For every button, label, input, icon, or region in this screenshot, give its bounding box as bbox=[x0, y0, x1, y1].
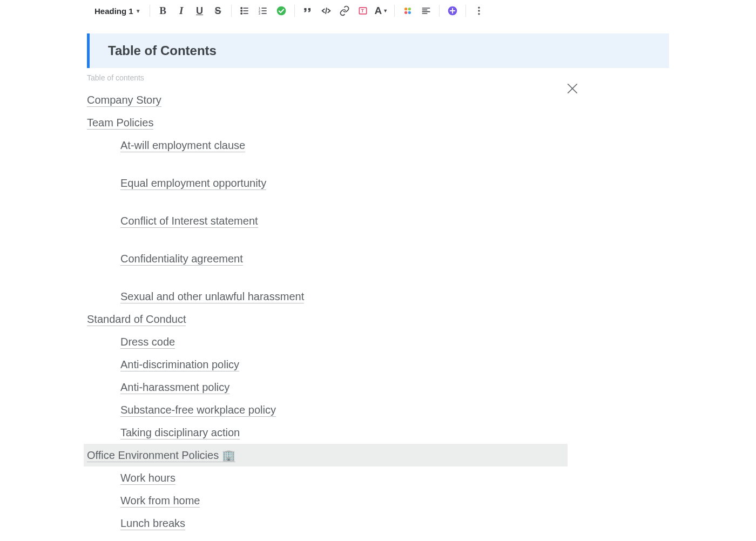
close-icon bbox=[565, 81, 580, 96]
link-icon bbox=[339, 5, 350, 16]
bold-button[interactable]: B bbox=[157, 4, 170, 17]
toc-item[interactable]: Work hours bbox=[87, 466, 568, 489]
toc-item-label: Conflict of Interest statement bbox=[120, 215, 258, 228]
insert-button[interactable]: T bbox=[356, 4, 369, 17]
toc-item-label: Company Story bbox=[87, 94, 161, 107]
toc-caption: Table of contents bbox=[87, 73, 756, 82]
toc-item[interactable]: Anti-discrimination policy bbox=[87, 353, 568, 376]
caret-down-icon: ▼ bbox=[383, 8, 388, 13]
toolbar-divider bbox=[394, 5, 395, 17]
align-button[interactable] bbox=[420, 4, 433, 17]
more-vertical-icon bbox=[474, 5, 484, 16]
heading-style-label: Heading 1 bbox=[94, 6, 133, 16]
caret-down-icon: ▼ bbox=[136, 8, 141, 14]
svg-point-0 bbox=[241, 8, 242, 9]
toc-item-label: Lunch breaks bbox=[120, 517, 185, 530]
toc-item-label: Taking disciplinary action bbox=[120, 427, 240, 439]
toc-item[interactable]: Team Policies bbox=[87, 111, 568, 134]
bulleted-list-icon bbox=[239, 5, 250, 16]
toc-item-label: Anti-harassment policy bbox=[120, 381, 230, 394]
toolbar-divider bbox=[231, 5, 232, 17]
toolbar-divider bbox=[439, 5, 440, 17]
bulleted-list-button[interactable] bbox=[238, 4, 251, 17]
underline-button[interactable]: U bbox=[193, 4, 206, 17]
heading-banner[interactable]: Table of Contents bbox=[87, 33, 669, 68]
quote-icon bbox=[302, 5, 313, 16]
close-button[interactable] bbox=[565, 81, 580, 98]
svg-text:3: 3 bbox=[258, 12, 260, 15]
toc-item[interactable]: Substance-free workplace policy bbox=[87, 398, 568, 421]
heading-style-dropdown[interactable]: Heading 1 ▼ bbox=[94, 4, 143, 17]
checklist-button[interactable] bbox=[275, 4, 288, 17]
align-left-icon bbox=[421, 5, 431, 16]
toc-item[interactable]: Conflict of Interest statement bbox=[87, 209, 568, 232]
toc-item[interactable]: Sexual and other unlawful harassment bbox=[87, 285, 568, 308]
toc-item[interactable]: Standard of Conduct bbox=[87, 308, 568, 330]
code-icon bbox=[321, 5, 332, 16]
toc-item-label: Anti-discrimination policy bbox=[120, 359, 239, 371]
svg-point-17 bbox=[408, 8, 411, 10]
blockquote-button[interactable] bbox=[301, 4, 314, 17]
toc-item-label: Dress code bbox=[120, 336, 175, 349]
numbered-list-icon: 1 2 3 bbox=[258, 5, 268, 16]
plus-circle-icon bbox=[447, 5, 458, 16]
toc-item-label: At-will employment clause bbox=[120, 139, 245, 152]
add-block-button[interactable] bbox=[446, 4, 459, 17]
svg-line-13 bbox=[326, 8, 327, 13]
more-options-button[interactable] bbox=[473, 4, 485, 17]
toolbar-divider bbox=[465, 5, 466, 17]
svg-point-19 bbox=[408, 11, 411, 14]
toc-item-label: Work hours bbox=[120, 472, 176, 485]
toc-item[interactable]: Equal employment opportunity bbox=[87, 172, 568, 194]
editor-toolbar: Heading 1 ▼ B I U S 1 2 3 bbox=[0, 0, 756, 22]
highlight-colors-button[interactable] bbox=[401, 4, 414, 17]
toc-item-label: Equal employment opportunity bbox=[120, 177, 266, 190]
toc-item[interactable]: Taking disciplinary action bbox=[87, 421, 568, 444]
toc-item[interactable]: Office Environment Policies 🏢 bbox=[84, 444, 568, 466]
svg-point-2 bbox=[241, 10, 242, 11]
toc-item-label: Sexual and other unlawful harassment bbox=[120, 290, 304, 303]
toc-item[interactable]: Company Story bbox=[87, 89, 568, 111]
svg-point-4 bbox=[241, 13, 242, 14]
toolbar-divider bbox=[294, 5, 295, 17]
link-button[interactable] bbox=[338, 4, 351, 17]
svg-point-16 bbox=[404, 8, 407, 10]
numbered-list-button[interactable]: 1 2 3 bbox=[256, 4, 269, 17]
svg-point-28 bbox=[478, 10, 480, 11]
svg-point-27 bbox=[478, 7, 480, 9]
page-title: Table of Contents bbox=[108, 43, 651, 58]
color-dots-icon bbox=[402, 5, 413, 16]
toc-item-label: Work from home bbox=[120, 495, 200, 508]
toc-item[interactable]: Lunch breaks bbox=[87, 512, 568, 535]
toolbar-divider bbox=[150, 5, 150, 17]
strikethrough-button[interactable]: S bbox=[212, 4, 225, 17]
toc-item[interactable]: Anti-harassment policy bbox=[87, 376, 568, 398]
toc-item[interactable]: At-will employment clause bbox=[87, 134, 568, 157]
check-circle-icon bbox=[276, 5, 287, 16]
toc-item-label: Team Policies bbox=[87, 117, 153, 130]
svg-point-29 bbox=[478, 13, 480, 15]
text-color-button[interactable]: A▼ bbox=[375, 4, 388, 17]
toc-item[interactable]: ADA Accommodations bbox=[87, 535, 568, 541]
toc-item[interactable]: Confidentiality agreement bbox=[87, 247, 568, 270]
svg-point-18 bbox=[404, 11, 407, 14]
toc-item[interactable]: Work from home bbox=[87, 489, 568, 512]
toc-item-label: Office Environment Policies 🏢 bbox=[87, 449, 235, 462]
toc-item[interactable]: Dress code bbox=[87, 330, 568, 353]
svg-text:T: T bbox=[361, 8, 363, 13]
code-block-button[interactable] bbox=[320, 4, 333, 17]
toc-item-label: Substance-free workplace policy bbox=[120, 404, 276, 417]
toc-item-label: Standard of Conduct bbox=[87, 313, 186, 326]
toc-list: Company StoryTeam PoliciesAt-will employ… bbox=[87, 89, 568, 541]
italic-button[interactable]: I bbox=[175, 4, 188, 17]
toc-item-label: Confidentiality agreement bbox=[120, 253, 243, 266]
svg-point-12 bbox=[276, 6, 286, 16]
insert-icon: T bbox=[357, 5, 368, 16]
